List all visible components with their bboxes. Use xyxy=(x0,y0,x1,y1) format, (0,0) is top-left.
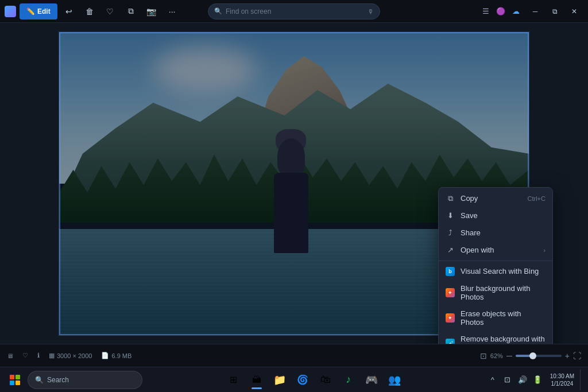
taskbar: 🔍 Search ⊞ 🏔 📁 🌀 🛍 ♪ � xyxy=(0,367,588,392)
photos-app-icon-2: ✦ xyxy=(446,313,455,323)
zoom-in-button[interactable]: + xyxy=(565,351,570,360)
start-icon-green xyxy=(16,375,20,379)
fullscreen-button[interactable]: ⛶ xyxy=(573,351,581,360)
taskbar-search[interactable]: 🔍 Search xyxy=(28,371,142,389)
zoom-slider[interactable] xyxy=(516,355,562,357)
tray-network[interactable]: ⊡ xyxy=(501,373,514,387)
remove-bg-label: Remove background with Paint xyxy=(461,335,546,344)
start-icon xyxy=(10,375,20,385)
taskbar-app-xbox[interactable]: 🎮 xyxy=(361,370,382,390)
edit-button[interactable]: ✏️ Edit xyxy=(20,3,57,20)
context-menu: ⧉ Copy Ctrl+C ⬇ Save ⤴ Share ↗ Open xyxy=(438,187,553,344)
context-menu-open-with[interactable]: ↗ Open with › xyxy=(439,242,552,259)
taskbar-search-icon: 🔍 xyxy=(35,376,44,384)
search-placeholder: Find on screen xyxy=(226,7,271,15)
search-icon: 🔍 xyxy=(214,7,222,15)
zoom-value: 62% xyxy=(490,352,503,359)
copy-button[interactable]: ⧉ xyxy=(122,3,140,20)
title-bar-center: 🔍 Find on screen 🎙 xyxy=(208,3,380,20)
dimensions-icon: ▦ xyxy=(49,352,55,359)
context-menu-save[interactable]: ⬇ Save xyxy=(439,207,552,224)
context-menu-remove-bg[interactable]: 🖌 Remove background with Paint xyxy=(439,331,552,344)
tray-icon-cloud: ☁ xyxy=(510,6,521,17)
title-bar-left: ✏️ Edit ↩ 🗑 ♡ ⧉ 📷 ··· xyxy=(5,3,181,20)
context-menu-visual-search[interactable]: b Visual Search with Bing xyxy=(439,263,552,280)
start-button[interactable] xyxy=(5,370,25,390)
image-area: ⧉ Copy Ctrl+C ⬇ Save ⤴ Share ↗ Open xyxy=(0,23,588,344)
taskbar-left: 🔍 Search xyxy=(5,370,142,390)
tray-icon-1: ☰ xyxy=(480,6,492,17)
erase-objects-label: Erase objects with Photos xyxy=(461,309,546,327)
filesize-icon: 📄 xyxy=(101,352,109,359)
copy-label: Copy xyxy=(461,194,522,203)
camera-button[interactable]: 📷 xyxy=(142,3,161,20)
clock-time: 10:30 AM xyxy=(550,372,574,380)
dimensions-value: 3000 × 2000 xyxy=(57,352,92,359)
clock-date: 1/1/2024 xyxy=(551,380,573,387)
zoom-out-button[interactable]: ─ xyxy=(506,351,512,360)
open-with-label: Open with xyxy=(461,246,537,254)
context-menu-blur-bg[interactable]: ✦ Blur background with Photos xyxy=(439,280,552,305)
show-desktop-button[interactable] xyxy=(580,370,583,390)
more-button[interactable]: ··· xyxy=(163,3,181,20)
taskbar-center: ⊞ 🏔 📁 🌀 🛍 ♪ 🎮 👥 xyxy=(144,370,485,390)
fileexplorer-icon: 📁 xyxy=(273,374,286,386)
zoom-fit-button[interactable]: ⊡ xyxy=(480,351,487,360)
xbox-icon: 🎮 xyxy=(365,374,378,386)
monitor-icon: 🖥 xyxy=(7,352,13,359)
tray-volume[interactable]: 🔊 xyxy=(516,373,529,387)
info-icon: ℹ xyxy=(37,352,40,359)
taskbar-app-store[interactable]: 🛍 xyxy=(315,370,336,390)
context-menu-divider-1 xyxy=(439,261,552,261)
status-filesize: 📄 6.9 MB xyxy=(101,352,131,359)
close-button[interactable]: ✕ xyxy=(565,3,583,20)
context-menu-erase-objects[interactable]: ✦ Erase objects with Photos xyxy=(439,305,552,331)
taskbar-search-placeholder: Search xyxy=(47,376,69,384)
tray-chevron[interactable]: ^ xyxy=(486,373,500,387)
visual-search-label: Visual Search with Bing xyxy=(461,267,546,275)
zoom-controls: ⊡ 62% ─ + ⛶ xyxy=(480,351,581,360)
bing-app-icon: b xyxy=(446,267,455,276)
remove-bg-icon: 🖌 xyxy=(446,339,455,344)
save-icon: ⬇ xyxy=(446,211,455,220)
context-menu-copy[interactable]: ⧉ Copy Ctrl+C xyxy=(439,190,552,207)
mic-icon: 🎙 xyxy=(368,8,374,15)
edit-icon: ✏️ xyxy=(26,7,35,15)
image-container: ⧉ Copy Ctrl+C ⬇ Save ⤴ Share ↗ Open xyxy=(59,32,529,336)
status-bar: 🖥 ♡ ℹ ▦ 3000 × 2000 📄 6.9 MB ⊡ 62% ─ xyxy=(0,344,588,367)
widgets-icon: ⊞ xyxy=(230,374,237,385)
minimize-button[interactable]: ─ xyxy=(526,3,544,20)
start-icon-blue xyxy=(10,381,14,385)
restore-button[interactable]: ⧉ xyxy=(546,3,564,20)
taskbar-app-widgets[interactable]: ⊞ xyxy=(223,370,244,390)
photos-taskbar-icon: 🏔 xyxy=(252,375,261,385)
blur-bg-icon: ✦ xyxy=(446,288,455,297)
status-info: ℹ xyxy=(37,352,40,359)
save-label: Save xyxy=(461,211,546,220)
star-button[interactable]: ♡ xyxy=(101,3,119,20)
copy-shortcut: Ctrl+C xyxy=(528,195,546,202)
edit-label: Edit xyxy=(37,7,51,15)
tray-icon-purple: 🟣 xyxy=(495,6,506,17)
delete-button[interactable]: 🗑 xyxy=(80,3,99,20)
undo-button[interactable]: ↩ xyxy=(60,3,78,20)
share-label: Share xyxy=(461,228,546,237)
spotify-icon: ♪ xyxy=(346,374,351,386)
status-bar-right: ⊡ 62% ─ + ⛶ xyxy=(480,351,581,360)
start-icon-yellow xyxy=(16,381,20,385)
search-bar[interactable]: 🔍 Find on screen 🎙 xyxy=(208,3,380,20)
store-icon: 🛍 xyxy=(320,374,331,386)
heart-icon: ♡ xyxy=(22,352,28,359)
context-menu-share[interactable]: ⤴ Share xyxy=(439,224,552,242)
zoom-slider-thumb xyxy=(529,352,536,359)
taskbar-app-spotify[interactable]: ♪ xyxy=(338,370,359,390)
window-tray-icons: ☰ 🟣 ☁ xyxy=(480,6,521,17)
taskbar-app-edge[interactable]: 🌀 xyxy=(292,370,313,390)
taskbar-app-teams[interactable]: 👥 xyxy=(384,370,405,390)
app-window: ✏️ Edit ↩ 🗑 ♡ ⧉ 📷 ··· 🔍 Find on screen 🎙… xyxy=(0,0,588,392)
clock-area[interactable]: 10:30 AM 1/1/2024 xyxy=(547,372,578,387)
title-bar: ✏️ Edit ↩ 🗑 ♡ ⧉ 📷 ··· 🔍 Find on screen 🎙… xyxy=(0,0,588,23)
tray-battery[interactable]: 🔋 xyxy=(531,373,544,387)
taskbar-app-fileexplorer[interactable]: 📁 xyxy=(269,370,290,390)
taskbar-app-photos[interactable]: 🏔 xyxy=(246,370,267,390)
